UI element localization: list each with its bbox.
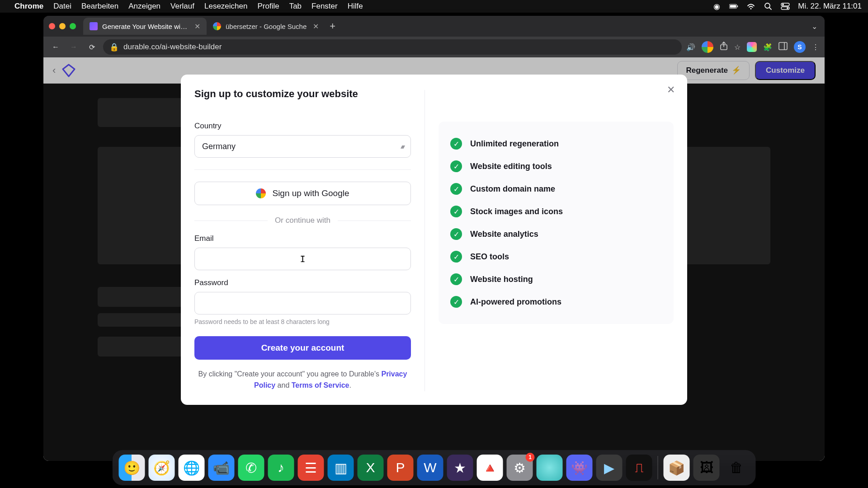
country-label: Country <box>194 122 411 131</box>
window-minimize-icon[interactable] <box>59 23 66 29</box>
feature-label: Website analytics <box>470 230 538 239</box>
menu-verlauf[interactable]: Verlauf <box>170 2 194 11</box>
profile-avatar[interactable]: S <box>794 41 806 53</box>
tab-close-icon[interactable]: ✕ <box>194 22 200 31</box>
wifi-icon[interactable] <box>746 2 755 11</box>
signup-modal: Sign up to customize your website ✕ Coun… <box>181 75 687 405</box>
features-list: ✓Unlimited regeneration ✓Website editing… <box>439 122 674 324</box>
menu-lesezeichen[interactable]: Lesezeichen <box>204 2 247 11</box>
dock-trello-icon[interactable]: ▥ <box>328 455 354 481</box>
record-icon[interactable]: ◉ <box>712 2 721 11</box>
window-zoom-icon[interactable] <box>70 23 76 29</box>
email-input[interactable]: I <box>194 248 411 270</box>
window-close-icon[interactable] <box>49 23 55 29</box>
google-signup-button[interactable]: Sign up with Google <box>194 182 411 205</box>
dock-quicktime-icon[interactable]: ▶ <box>596 455 623 481</box>
share-icon[interactable] <box>720 42 728 52</box>
feature-item: ✓SEO tools <box>450 245 662 268</box>
password-input[interactable] <box>194 292 411 314</box>
tab-close-icon[interactable]: ✕ <box>313 22 319 31</box>
dock-zoom-icon[interactable]: 📹 <box>208 455 235 481</box>
or-divider: Or continue with <box>194 216 411 225</box>
google-account-icon[interactable] <box>702 41 713 53</box>
new-tab-button[interactable]: + <box>330 20 335 32</box>
dock-settings-icon[interactable]: ⚙1 <box>507 455 533 481</box>
dock-todoist-icon[interactable]: ☰ <box>298 455 324 481</box>
dock-chrome-icon[interactable]: 🌐 <box>179 455 205 481</box>
dock-powerpoint-icon[interactable]: P <box>387 455 414 481</box>
menu-bearbeiten[interactable]: Bearbeiten <box>81 2 118 11</box>
dock-word-icon[interactable]: W <box>417 455 443 481</box>
svg-point-8 <box>782 4 784 5</box>
menu-profile[interactable]: Profile <box>257 2 279 11</box>
password-field-block: Password Password needs to be at least 8… <box>194 278 411 325</box>
feature-label: Website hosting <box>470 275 533 284</box>
dock-voice-memos-icon[interactable]: ⎍ <box>626 455 652 481</box>
feature-label: Custom domain name <box>470 184 555 194</box>
dock-drive-icon[interactable]: 🔺 <box>477 455 503 481</box>
sidepanel-icon[interactable] <box>778 42 788 52</box>
legal-suffix: . <box>349 381 351 389</box>
menu-fenster[interactable]: Fenster <box>311 2 338 11</box>
dock-spotify-icon[interactable]: ♪ <box>268 455 294 481</box>
tab-favicon-google-icon <box>213 22 221 30</box>
extensions-icon[interactable]: 🧩 <box>763 43 772 52</box>
check-icon: ✓ <box>450 228 462 240</box>
dock-app-generic-icon[interactable]: 📦 <box>664 455 690 481</box>
nav-back-icon[interactable]: ← <box>49 40 62 54</box>
terms-of-service-link[interactable]: Terms of Service <box>292 381 349 389</box>
signup-form: Country Germany ▴▾ Sign up with Google O… <box>181 90 425 391</box>
feature-item: ✓Website hosting <box>450 268 662 291</box>
menubar-clock[interactable]: Mi. 22. März 11:01 <box>798 2 862 11</box>
feature-item: ✓Website editing tools <box>450 155 662 178</box>
dock-safari-icon[interactable]: 🧭 <box>149 455 175 481</box>
spotlight-icon[interactable] <box>764 2 773 11</box>
check-icon: ✓ <box>450 160 462 172</box>
check-icon: ✓ <box>450 296 462 308</box>
menu-anzeigen[interactable]: Anzeigen <box>128 2 160 11</box>
macos-menubar: Chrome Datei Bearbeiten Anzeigen Verlauf… <box>0 0 868 13</box>
macos-dock: 🙂 🧭 🌐 📹 ✆ ♪ ☰ ▥ X P W ★ 🔺 ⚙1 👾 ▶ ⎍ 📦 🖼 🗑 <box>113 450 756 485</box>
country-value: Germany <box>202 142 236 151</box>
features-column: ✓Unlimited regeneration ✓Website editing… <box>425 90 687 391</box>
svg-point-9 <box>787 7 788 9</box>
address-bar[interactable]: 🔒 durable.co/ai-website-builder <box>103 39 682 55</box>
dock-whatsapp-icon[interactable]: ✆ <box>238 455 264 481</box>
tab-other[interactable]: übersetzer - Google Suche ✕ <box>207 18 325 35</box>
translate-icon[interactable]: 🔊 <box>686 43 695 52</box>
dock-screenshots-icon[interactable]: 🖼 <box>693 455 720 481</box>
nav-reload-icon[interactable]: ⟳ <box>85 40 99 54</box>
tabs-menu-icon[interactable]: ⌄ <box>811 22 817 31</box>
feature-label: Website editing tools <box>470 162 552 171</box>
tab-title: Generate Your Website with AI <box>102 23 188 30</box>
feature-item: ✓AI-powered promotions <box>450 291 662 313</box>
check-icon: ✓ <box>450 273 462 285</box>
email-field-block: Email I <box>194 234 411 270</box>
dock-excel-icon[interactable]: X <box>358 455 384 481</box>
feature-label: SEO tools <box>470 252 509 262</box>
dock-finder-icon[interactable]: 🙂 <box>119 455 145 481</box>
battery-icon[interactable] <box>729 2 738 11</box>
menu-hilfe[interactable]: Hilfe <box>348 2 363 11</box>
modal-close-button[interactable]: ✕ <box>665 84 677 96</box>
chrome-menu-icon[interactable]: ⋮ <box>812 43 819 52</box>
svg-point-4 <box>765 3 770 8</box>
app-menu[interactable]: Chrome <box>14 2 43 11</box>
tab-active[interactable]: Generate Your Website with AI ✕ <box>83 18 207 35</box>
menu-datei[interactable]: Datei <box>53 2 71 11</box>
country-select[interactable]: Germany ▴▾ <box>194 135 411 158</box>
menu-tab[interactable]: Tab <box>289 2 302 11</box>
dock-imovie-icon[interactable]: ★ <box>447 455 473 481</box>
bookmark-icon[interactable]: ☆ <box>734 43 741 52</box>
dock-discord-icon[interactable]: 👾 <box>566 455 593 481</box>
feature-item: ✓Unlimited regeneration <box>450 132 662 155</box>
modal-backdrop[interactable]: Sign up to customize your website ✕ Coun… <box>43 57 825 461</box>
extension-colorful-icon[interactable] <box>747 42 757 52</box>
create-account-button[interactable]: Create your account <box>194 336 411 360</box>
country-field: Country Germany ▴▾ <box>194 122 411 158</box>
dock-trash-icon[interactable]: 🗑 <box>723 455 750 481</box>
dock-app-circle-icon[interactable] <box>537 455 563 481</box>
tab-title: übersetzer - Google Suche <box>226 23 307 30</box>
control-center-icon[interactable] <box>781 2 790 11</box>
svg-rect-1 <box>730 5 736 8</box>
